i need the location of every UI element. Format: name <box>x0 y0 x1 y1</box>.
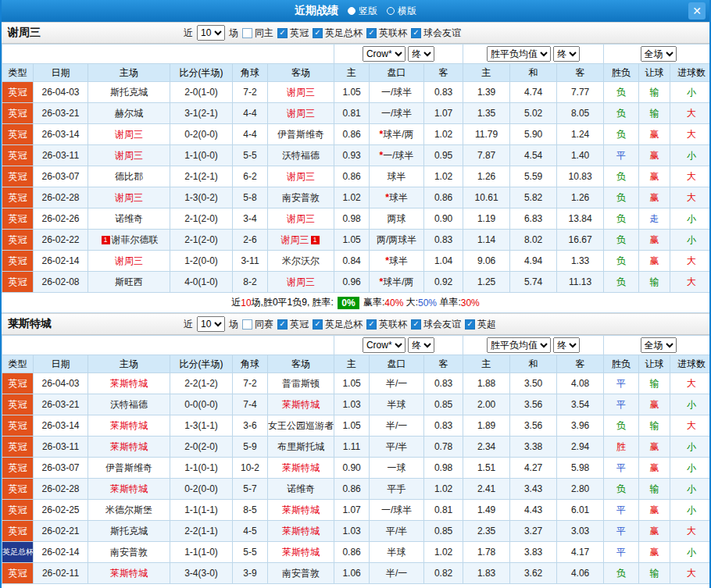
league-badge: 英冠 <box>2 437 34 458</box>
odds-win: 1.89 <box>463 415 510 437</box>
away-team: 谢周三 <box>268 272 334 293</box>
result-goals: 小 <box>670 437 711 458</box>
filter-league-label: 球会友谊 <box>423 27 461 40</box>
handicap-star-icon: * <box>380 150 384 161</box>
league-badge: 英冠 <box>2 251 34 272</box>
league-badge: 英冠 <box>2 230 34 251</box>
scope-select[interactable]: 全场 <box>641 337 677 353</box>
corners: 4-4 <box>233 124 268 145</box>
handicap-star-icon: * <box>385 255 389 266</box>
filter-league-1[interactable]: ✓英足总杯 <box>313 318 363 331</box>
wdl-average-select[interactable]: 胜平负均值 <box>487 46 551 62</box>
filter-same[interactable]: 同赛 <box>242 318 273 331</box>
odds-away: 1.02 <box>424 542 463 563</box>
odds-win: 1.88 <box>463 373 510 394</box>
col-header: 主场 <box>88 64 170 82</box>
league-badge: 英冠 <box>2 82 34 103</box>
filter-league-label: 英冠 <box>290 318 309 331</box>
radio-vertical-layout[interactable]: 竖版 <box>348 5 377 18</box>
odds-lose: 5.98 <box>557 458 604 479</box>
handicap: *一/球半 <box>370 145 424 166</box>
odds-company-select[interactable]: Crow* <box>363 337 406 353</box>
result-wdl: 平 <box>604 373 639 394</box>
filter-league-0[interactable]: ✓英冠 <box>277 318 309 331</box>
score: 1-2(0-0) <box>170 251 233 272</box>
odds-away: 0.92 <box>424 272 463 293</box>
corners: 5-5 <box>233 145 268 166</box>
result-goals: 大 <box>670 251 711 272</box>
summary-text: 30% <box>461 298 480 308</box>
odds-draw: 3.56 <box>510 415 557 437</box>
result-goals: 小 <box>670 230 711 251</box>
wdl-average-select[interactable]: 胜平负均值 <box>487 337 551 353</box>
odds-lose: 13.84 <box>557 208 604 230</box>
match-date: 26-02-11 <box>34 563 88 584</box>
final-select-handicap[interactable]: 终 <box>408 46 434 62</box>
handicap: 半/一 <box>370 373 424 394</box>
summary-bar: 近10场,胜0平1负9, 胜率: 0% 赢率:40% 大:50% 单率:30% <box>2 293 709 313</box>
away-team: 谢周三 <box>268 103 334 124</box>
away-team: 莱斯特城 <box>268 521 334 542</box>
wdl-selects-cell: 胜平负均值 终 <box>463 45 604 64</box>
away-team: 南安普敦 <box>268 563 334 584</box>
final-select-handicap[interactable]: 终 <box>408 337 434 353</box>
odds-draw: 4.74 <box>510 82 557 103</box>
result-handicap: 输 <box>639 479 670 500</box>
scope-select[interactable]: 全场 <box>641 46 677 62</box>
score: 0-0(0-0) <box>170 394 233 415</box>
odds-home: 1.11 <box>334 437 370 458</box>
result-handicap: 赢 <box>639 521 670 542</box>
result-wdl: 负 <box>604 415 639 437</box>
odds-draw: 3.38 <box>510 437 557 458</box>
filter-league-3[interactable]: ✓球会友谊 <box>411 27 461 40</box>
result-goals: 大 <box>670 124 711 145</box>
filter-league-label: 球会友谊 <box>423 318 461 331</box>
home-team: 谢周三 <box>88 187 170 208</box>
final-select-wdl[interactable]: 终 <box>553 46 580 62</box>
filter-league-2[interactable]: ✓英联杯 <box>366 27 407 40</box>
odds-win: 10.61 <box>463 187 510 208</box>
match-row: 英冠 26-03-11 莱斯特城 2-0(2-0) 5-9 布里斯托城 1.11… <box>2 437 711 458</box>
odds-draw: 3.62 <box>510 563 557 584</box>
filter-same[interactable]: 同主 <box>242 27 273 40</box>
team-section-1: 莱斯特城 近 10 场 同赛 ✓英冠✓英足总杯✓英联杯✓球会友谊✓英超 Crow… <box>2 313 709 584</box>
filter-league-1[interactable]: ✓英足总杯 <box>313 27 363 40</box>
col-header: 让球 <box>639 64 670 82</box>
filter-league-4[interactable]: ✓英超 <box>465 318 496 331</box>
filter-league-2[interactable]: ✓英联杯 <box>366 318 407 331</box>
close-button[interactable]: ✕ <box>688 2 706 20</box>
handicap: 两球 <box>370 208 424 230</box>
filter-league-3[interactable]: ✓球会友谊 <box>411 318 461 331</box>
odds-away: 0.95 <box>424 145 463 166</box>
odds-home: 0.84 <box>334 251 370 272</box>
odds-home: 1.03 <box>334 521 370 542</box>
result-wdl: 负 <box>604 230 639 251</box>
column-header-row: 类型日期主场比分(半场)角球客场主盘口客主和客胜负让球进球数 <box>2 355 711 373</box>
odds-draw: 3.83 <box>510 542 557 563</box>
odds-away: 1.02 <box>424 166 463 187</box>
radio-horizontal-layout[interactable]: 横版 <box>387 5 416 18</box>
handicap: 半球 <box>370 394 424 415</box>
away-team: 谢周三1 <box>268 230 334 251</box>
recent-count-select[interactable]: 10 <box>197 25 225 41</box>
wdl-selects-cell: 胜平负均值 终 <box>463 336 604 355</box>
checkbox-icon: ✓ <box>411 319 421 330</box>
score: 1-1(0-1) <box>170 458 233 479</box>
odds-home: 1.05 <box>334 82 370 103</box>
filter-league-0[interactable]: ✓英冠 <box>277 27 309 40</box>
final-select-wdl[interactable]: 终 <box>553 337 580 353</box>
corners: 6-2 <box>233 166 268 187</box>
odds-lose: 1.33 <box>557 251 604 272</box>
odds-company-select[interactable]: Crow* <box>363 46 406 62</box>
odds-home: 0.93 <box>334 145 370 166</box>
result-handicap: 赢 <box>639 166 670 187</box>
filter-league-label: 英联杯 <box>379 318 407 331</box>
odds-lose: 2.94 <box>557 437 604 458</box>
summary-text: 40% <box>384 298 403 308</box>
odds-away: 1.02 <box>424 479 463 500</box>
league-badge: 英冠 <box>2 479 34 500</box>
odds-home: 0.98 <box>334 208 370 230</box>
summary-text: 单率: <box>437 296 461 309</box>
match-row: 英冠 26-02-14 谢周三 1-2(0-0) 3-11 米尔沃尔 0.84 … <box>2 251 711 272</box>
recent-count-select[interactable]: 10 <box>197 316 225 332</box>
